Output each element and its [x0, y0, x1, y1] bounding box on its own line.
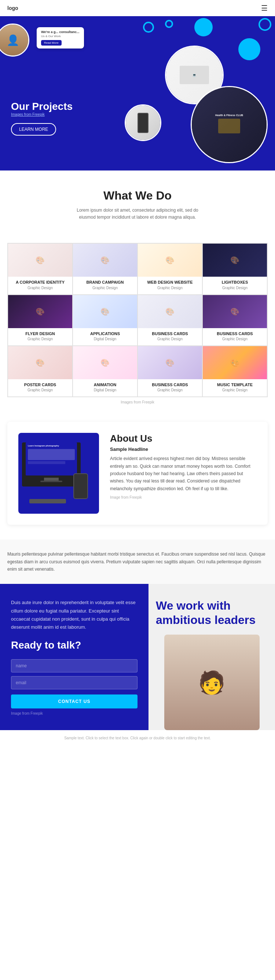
grid-item-title-1: BRAND CAMPAIGN: [73, 277, 137, 285]
grid-thumb-5: 🎨: [73, 295, 137, 328]
grid-item-title-4: FLYER DESIGN: [8, 328, 72, 337]
grid-item-title-3: LIGHTBOXES: [203, 277, 267, 285]
grid-item-11[interactable]: 🎨 MUSIC TEMPLATE Graphic Design: [202, 346, 267, 397]
about-image: Learn Instagram photography: [18, 433, 99, 514]
deco-circle-5: [259, 18, 271, 31]
text-block-section: Mauris pellentesque pulvinar pellentesqu…: [0, 539, 275, 584]
bottom-intro-text: Duis aute irure dolor in reprehenderit i…: [11, 598, 138, 631]
bottom-left: Duis aute irure dolor in reprehenderit i…: [0, 584, 149, 730]
what-we-do-title: What We Do: [7, 189, 268, 202]
what-we-do-description: Lorem ipsum dolor sit amet, consectetur …: [71, 207, 204, 221]
grid-item-sub-6: Graphic Design: [138, 337, 202, 341]
bottom-img-note: Image from Freepik: [11, 711, 138, 716]
grid-thumb-2: 🎨: [138, 243, 202, 277]
grid-item-0[interactable]: 🎨 A CORPORATE IDENTITY Graphic Design: [8, 243, 73, 294]
grid-item-title-7: BUSINESS CARDS: [203, 328, 267, 337]
our-projects-title: Our Projects: [11, 101, 268, 113]
hero-text-card: We're a g... consultanc... Us & Our Work…: [37, 27, 84, 48]
logo: logo: [7, 5, 18, 11]
name-input[interactable]: [11, 659, 138, 673]
grid-item-1[interactable]: 🎨 BRAND CAMPAIGN Graphic Design: [73, 243, 138, 294]
grid-item-sub-11: Graphic Design: [203, 388, 267, 392]
grid-item-9[interactable]: 🎨 ANIMATION Digital Design: [73, 346, 138, 397]
grid-thumb-0: 🎨: [8, 243, 72, 277]
email-form-group: [11, 676, 138, 689]
grid-item-title-9: ANIMATION: [73, 379, 137, 388]
email-input[interactable]: [11, 676, 138, 689]
grid-thumb-3: 🎨: [203, 243, 267, 277]
bottom-right: We work with ambitious leaders 🧑: [149, 584, 275, 730]
deco-circle-1: [143, 22, 154, 33]
hero-visual: 💻 Health & Fitness CLUB: [121, 16, 275, 170]
monitor-mockup: Learn Instagram photography: [22, 442, 81, 487]
grid-item-7[interactable]: 🎨 BUSINESS CARDS Graphic Design: [202, 295, 267, 346]
grid-item-sub-2: Graphic Design: [138, 286, 202, 290]
menu-button[interactable]: ☰: [261, 4, 268, 13]
grid-item-sub-9: Digital Design: [73, 388, 137, 392]
grid-item-title-2: WEB DESIGN WEBSITE: [138, 277, 202, 285]
grid-item-sub-8: Graphic Design: [8, 388, 72, 392]
monitor-screen-title: Learn Instagram photography: [28, 445, 75, 447]
grid-item-title-10: BUSINESS CARDS: [138, 379, 202, 388]
what-we-do-section: What We Do Lorem ipsum dolor sit amet, c…: [0, 170, 275, 243]
bottom-section: Duis aute irure dolor in reprehenderit i…: [0, 584, 275, 730]
ambitious-title: We work with ambitious leaders: [156, 598, 268, 627]
grid-item-title-0: A CORPORATE IDENTITY: [8, 277, 72, 285]
about-phone-mockup: [73, 473, 88, 499]
person-circle-image: 👤: [0, 24, 29, 57]
about-section: Learn Instagram photography About Us Sam…: [0, 407, 275, 539]
grid-item-title-11: MUSIC TEMPLATE: [203, 379, 267, 388]
grid-thumb-10: 🎨: [138, 346, 202, 379]
ambitious-text-block: We work with ambitious leaders: [156, 598, 268, 627]
grid-thumb-7: 🎨: [203, 295, 267, 328]
about-inner: Learn Instagram photography About Us Sam…: [7, 422, 268, 525]
hero-section: 💻 Health & Fitness CLUB 👤 We're a g... c…: [0, 16, 275, 170]
person-bottom-image: 🧑: [164, 635, 259, 730]
grid-thumb-1: 🎨: [73, 243, 137, 277]
about-text-block: About Us Sample Headline Article evident…: [110, 433, 257, 500]
about-sample-headline: Sample Headline: [110, 447, 257, 452]
header: logo ☰: [0, 0, 275, 16]
grid-item-sub-1: Graphic Design: [73, 286, 137, 290]
our-projects-block: Our Projects Images from Freepik LEARN M…: [11, 101, 268, 135]
learn-more-button[interactable]: LEARN MORE: [11, 123, 56, 135]
about-img-note: Image from Freepik: [110, 495, 257, 500]
grid-item-2[interactable]: 🎨 WEB DESIGN WEBSITE Graphic Design: [138, 243, 202, 294]
grid-images-note: Images from Freepik: [0, 400, 275, 404]
text-block-body: Mauris pellentesque pulvinar pellentesqu…: [7, 550, 268, 573]
grid-thumb-4: 🎨: [8, 295, 72, 328]
deco-circle-2: [165, 20, 173, 28]
grid-item-title-5: APPLICATIONS: [73, 328, 137, 337]
grid-item-6[interactable]: 🎨 BUSINESS CARDS Graphic Design: [138, 295, 202, 346]
about-body: Article evident arrived express highest …: [110, 455, 257, 492]
grid-item-sub-4: Graphic Design: [8, 337, 72, 341]
grid-item-4[interactable]: 🎨 FLYER DESIGN Graphic Design: [8, 295, 73, 346]
grid-thumb-11: 🎨: [203, 346, 267, 379]
about-title: About Us: [110, 433, 257, 444]
grid-thumb-9: 🎨: [73, 346, 137, 379]
grid-item-5[interactable]: 🎨 APPLICATIONS Digital Design: [73, 295, 138, 346]
deco-circle-4: [238, 38, 260, 60]
grid-item-title-6: BUSINESS CARDS: [138, 328, 202, 337]
grid-thumb-6: 🎨: [138, 295, 202, 328]
about-keyboard-mockup: [29, 499, 66, 503]
hero-card-title: We're a g... consultanc...: [41, 30, 79, 34]
hero-card-button[interactable]: Read More: [41, 40, 62, 46]
grid-item-10[interactable]: 🎨 BUSINESS CARDS Graphic Design: [138, 346, 202, 397]
footer-note: Sample text. Click to select the text bo…: [0, 730, 275, 746]
grid-item-sub-0: Graphic Design: [8, 286, 72, 290]
grid-item-8[interactable]: 🎨 POSTER CARDS Graphic Design: [8, 346, 73, 397]
grid-item-sub-10: Graphic Design: [138, 388, 202, 392]
grid-item-sub-3: Graphic Design: [203, 286, 267, 290]
contact-us-button[interactable]: CONTACT US: [11, 695, 138, 708]
grid-item-sub-5: Digital Design: [73, 337, 137, 341]
hero-card-subtitle: Us & Our Work: [41, 35, 79, 38]
projects-grid: 🎨 A CORPORATE IDENTITY Graphic Design 🎨 …: [7, 243, 268, 397]
grid-item-3[interactable]: 🎨 LIGHTBOXES Graphic Design: [202, 243, 267, 294]
name-form-group: [11, 659, 138, 673]
images-from-link[interactable]: Images from Freepik: [11, 113, 268, 116]
footer-note-text: Sample text. Click to select the text bo…: [64, 736, 211, 740]
deco-circle-3: [194, 18, 213, 37]
grid-item-sub-7: Graphic Design: [203, 337, 267, 341]
grid-item-title-8: POSTER CARDS: [8, 379, 72, 388]
